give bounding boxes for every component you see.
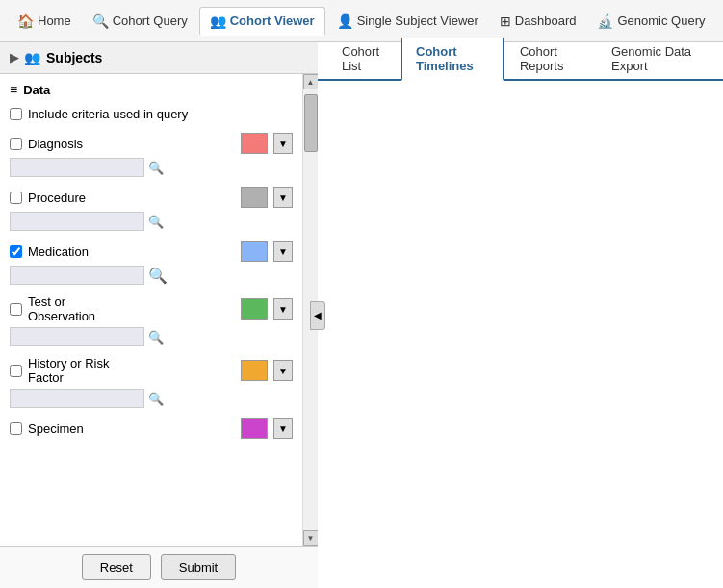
- data-item-top-diagnosis: Diagnosis▼: [10, 133, 293, 154]
- color-dropdown-test-or-observation[interactable]: ▼: [273, 298, 293, 320]
- data-item-top-procedure: Procedure▼: [10, 187, 293, 208]
- color-swatch-procedure[interactable]: [241, 187, 268, 208]
- nav-item-dashboard[interactable]: ⊞Dashboard: [490, 8, 586, 35]
- color-dropdown-procedure[interactable]: ▼: [273, 187, 293, 208]
- nav-label-dashboard: Dashboard: [515, 13, 577, 28]
- label-medication: Medication: [28, 244, 235, 259]
- checkbox-specimen[interactable]: [10, 422, 22, 435]
- data-item-top-history-or-risk: History or RiskFactor▼: [10, 356, 293, 385]
- sub-tab-cohort-reports[interactable]: Cohort Reports: [505, 38, 595, 79]
- nav-item-single-subject[interactable]: 👤Single Subject Viewer: [327, 8, 488, 35]
- search-icon-procedure[interactable]: 🔍: [148, 215, 164, 229]
- data-item-top-specimen: Specimen▼: [10, 418, 293, 439]
- sub-tab-genomic-data-export[interactable]: Genomic Data Export: [597, 38, 711, 79]
- color-dropdown-diagnosis[interactable]: ▼: [273, 133, 293, 154]
- nav-item-cohort-query[interactable]: 🔍Cohort Query: [83, 8, 197, 35]
- nav-label-single-subject: Single Subject Viewer: [357, 13, 478, 28]
- label-diagnosis: Diagnosis: [28, 137, 235, 151]
- subjects-icon: 👥: [24, 50, 40, 65]
- search-row-history-or-risk: 🔍: [10, 389, 293, 408]
- checkbox-history-or-risk[interactable]: [10, 365, 22, 377]
- include-criteria-checkbox[interactable]: [10, 108, 22, 120]
- color-swatch-specimen[interactable]: [241, 418, 268, 439]
- label-test-or-observation: Test or: [28, 294, 235, 309]
- scroll-up-btn[interactable]: ▲: [303, 74, 319, 89]
- right-panel: Cohort ListCohort TimelinesCohort Report…: [318, 42, 723, 588]
- left-content: ≡ Data Include criteria used in query Di…: [0, 74, 302, 546]
- nav-label-cohort-viewer: Cohort Viewer: [230, 13, 315, 28]
- color-dropdown-history-or-risk[interactable]: ▼: [273, 360, 293, 381]
- search-row-diagnosis: 🔍: [10, 158, 293, 177]
- checkbox-diagnosis[interactable]: [10, 138, 22, 150]
- search-input-medication[interactable]: [10, 266, 144, 285]
- color-dropdown-medication[interactable]: ▼: [273, 241, 293, 262]
- color-swatch-diagnosis[interactable]: [241, 133, 268, 154]
- label2-test-or-observation: Observation: [28, 309, 235, 323]
- search-input-procedure[interactable]: [10, 212, 144, 231]
- data-item-top-test-or-observation: Test orObservation▼: [10, 294, 293, 323]
- nav-item-cohort-viewer[interactable]: 👥Cohort Viewer: [199, 7, 325, 36]
- data-header: ≡ Data: [10, 82, 293, 97]
- search-icon-test-or-observation[interactable]: 🔍: [148, 330, 164, 345]
- submit-button[interactable]: Submit: [161, 554, 236, 580]
- checkbox-test-or-observation[interactable]: [10, 303, 22, 316]
- subjects-label: Subjects: [46, 50, 102, 65]
- nav-icon-single-subject: 👤: [337, 13, 353, 29]
- nav-item-home[interactable]: 🏠Home: [8, 8, 81, 35]
- color-swatch-test-or-observation[interactable]: [241, 298, 268, 320]
- nav-icon-cohort-viewer: 👥: [210, 13, 226, 29]
- scroll-down-btn[interactable]: ▼: [303, 530, 319, 546]
- data-item-top-medication: Medication▼: [10, 241, 293, 262]
- include-criteria-label: Include criteria used in query: [28, 107, 188, 121]
- nav-icon-cohort-query: 🔍: [92, 13, 109, 29]
- data-stack-icon: ≡: [10, 82, 17, 97]
- label-history-or-risk: History or Risk: [28, 356, 235, 371]
- search-icon-medication[interactable]: 🔍: [148, 267, 168, 285]
- color-swatch-medication[interactable]: [241, 241, 268, 262]
- search-input-history-or-risk[interactable]: [10, 389, 144, 408]
- search-row-procedure: 🔍: [10, 212, 293, 231]
- data-item-test-or-observation: Test orObservation▼🔍: [10, 294, 293, 346]
- label-wrap-specimen: Specimen: [28, 422, 235, 436]
- checkbox-medication[interactable]: [10, 245, 22, 258]
- search-input-diagnosis[interactable]: [10, 158, 144, 177]
- subjects-header: ▶ 👥 Subjects: [0, 42, 318, 74]
- search-row-test-or-observation: 🔍: [10, 327, 293, 346]
- nav-icon-dashboard: ⊞: [500, 13, 511, 29]
- data-label: Data: [23, 83, 50, 97]
- checkbox-procedure[interactable]: [10, 192, 22, 204]
- include-criteria-row: Include criteria used in query: [10, 107, 293, 121]
- nav-label-genomic-query: Genomic Query: [617, 13, 705, 28]
- collapse-panel-btn[interactable]: ◀: [310, 301, 325, 330]
- right-content: [318, 81, 723, 588]
- data-item-medication: Medication▼🔍: [10, 241, 293, 285]
- nav-item-genomic-query[interactable]: 🔬Genomic Query: [587, 8, 714, 35]
- bottom-buttons: Reset Submit: [0, 546, 318, 588]
- subjects-arrow[interactable]: ▶: [10, 51, 18, 64]
- label-wrap-history-or-risk: History or RiskFactor: [28, 356, 235, 385]
- sub-tab-cohort-timelines[interactable]: Cohort Timelines: [401, 38, 504, 81]
- search-input-test-or-observation[interactable]: [10, 327, 144, 346]
- label-wrap-medication: Medication: [28, 244, 235, 259]
- left-inner: ≡ Data Include criteria used in query Di…: [0, 74, 318, 546]
- color-dropdown-specimen[interactable]: ▼: [273, 418, 293, 439]
- reset-button[interactable]: Reset: [82, 554, 151, 580]
- search-icon-diagnosis[interactable]: 🔍: [148, 161, 164, 175]
- search-row-medication: 🔍: [10, 266, 293, 285]
- data-item-procedure: Procedure▼🔍: [10, 187, 293, 231]
- search-icon-history-or-risk[interactable]: 🔍: [148, 392, 164, 406]
- color-swatch-history-or-risk[interactable]: [241, 360, 268, 381]
- main-layout: ▶ 👥 Subjects ≡ Data: [0, 42, 723, 588]
- sub-tabs-inner: Cohort ListCohort TimelinesCohort Report…: [327, 36, 713, 79]
- data-item-diagnosis: Diagnosis▼🔍: [10, 133, 293, 177]
- sub-tabs: Cohort ListCohort TimelinesCohort Report…: [318, 42, 723, 81]
- nav-label-cohort-query: Cohort Query: [113, 13, 188, 28]
- left-panel-wrap: ▶ 👥 Subjects ≡ Data: [0, 42, 318, 588]
- sub-tab-cohort-list[interactable]: Cohort List: [327, 38, 400, 79]
- nav-label-home: Home: [38, 13, 71, 28]
- label-wrap-test-or-observation: Test orObservation: [28, 294, 235, 323]
- scroll-thumb[interactable]: [304, 94, 318, 152]
- label-specimen: Specimen: [28, 422, 235, 436]
- label-wrap-diagnosis: Diagnosis: [28, 137, 235, 151]
- data-item-history-or-risk: History or RiskFactor▼🔍: [10, 356, 293, 408]
